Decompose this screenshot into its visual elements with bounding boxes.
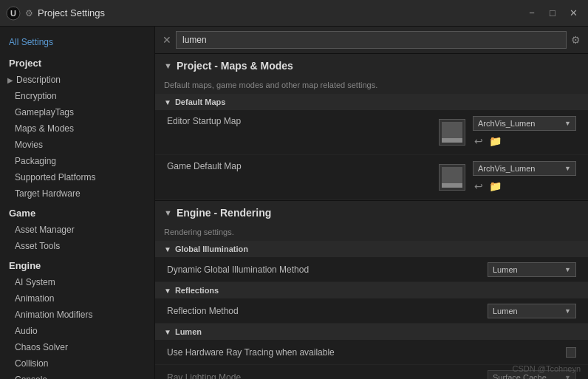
- subsection-header-default-maps[interactable]: ▼ Default Maps: [155, 94, 588, 110]
- ray-lighting-mode-label: Ray Lighting Mode: [167, 372, 488, 380]
- browse-icon[interactable]: 📁: [488, 179, 503, 194]
- sidebar-section-project: Project: [0, 52, 154, 72]
- dropdown-arrow-icon: ▼: [564, 266, 571, 273]
- sidebar-item-animation[interactable]: Animation: [0, 290, 154, 307]
- window-title: Project Settings: [38, 7, 523, 18]
- game-default-map-label: Game Default Map: [167, 161, 439, 171]
- editor-startup-map-select-container: ArchVis_Lumen ▼ ↩ 📁: [473, 116, 576, 148]
- svg-text:U: U: [10, 9, 16, 18]
- section-desc-engine-rendering: Rendering settings.: [155, 225, 588, 241]
- sidebar-item-asset-manager[interactable]: Asset Manager: [0, 222, 154, 238]
- section-header-engine-rendering[interactable]: ▼ Engine - Rendering: [155, 201, 588, 225]
- sidebar-item-encryption[interactable]: Encryption: [0, 88, 154, 104]
- sidebar-item-collision[interactable]: Collision: [0, 355, 154, 372]
- reset-icon[interactable]: ↩: [473, 134, 485, 148]
- subsection-global-illumination: ▼ Global Illumination Dynamic Global Ill…: [155, 241, 588, 282]
- watermark: CSDN @Tcohneyn: [513, 364, 581, 373]
- sidebar-item-animation-modifiers[interactable]: Animation Modifiers: [0, 307, 154, 323]
- subsection-reflections: ▼ Reflections Reflection Method Lumen ▼: [155, 282, 588, 324]
- setting-row-hw-ray-tracing: Use Hardware Ray Tracing when available: [155, 340, 588, 365]
- game-default-map-preview: [439, 164, 465, 191]
- content-area: ✕ ⚙ ▼ Project - Maps & Modes Default map…: [155, 27, 588, 379]
- editor-startup-map-label: Editor Startup Map: [167, 116, 439, 126]
- sidebar-item-audio[interactable]: Audio: [0, 323, 154, 339]
- hw-ray-tracing-checkbox[interactable]: [566, 347, 576, 358]
- reflection-method-dropdown[interactable]: Lumen ▼: [488, 304, 576, 318]
- app-logo: U: [6, 6, 21, 21]
- sidebar-item-asset-tools[interactable]: Asset Tools: [0, 238, 154, 254]
- minimize-button[interactable]: −: [523, 6, 541, 21]
- sidebar-item-maps-modes[interactable]: Maps & Modes: [0, 120, 154, 137]
- game-default-map-control: ArchVis_Lumen ▼ ↩ 📁: [439, 161, 576, 194]
- dgi-method-dropdown[interactable]: Lumen ▼: [488, 262, 576, 277]
- dropdown-arrow-icon: ▼: [564, 165, 571, 172]
- editor-startup-map-dropdown[interactable]: ArchVis_Lumen ▼: [473, 116, 576, 131]
- game-map-preview-image: [442, 167, 462, 188]
- sidebar-item-supported-platforms[interactable]: Supported Platforms: [0, 169, 154, 185]
- title-bar: U ⚙ Project Settings − □ ✕: [0, 0, 588, 27]
- settings-gear-icon[interactable]: ⚙: [571, 34, 581, 46]
- dgi-method-label: Dynamic Global Illumination Method: [167, 264, 488, 275]
- default-maps-settings: Editor Startup Map ArchVis_Lumen ▼: [155, 110, 588, 200]
- reflection-method-label: Reflection Method: [167, 306, 488, 316]
- game-default-map-dropdown[interactable]: ArchVis_Lumen ▼: [473, 161, 576, 176]
- reflection-method-control: Lumen ▼: [488, 304, 576, 318]
- reflections-settings: Reflection Method Lumen ▼: [155, 298, 588, 324]
- subsection-header-global-illumination[interactable]: ▼ Global Illumination: [155, 241, 588, 257]
- maximize-button[interactable]: □: [544, 6, 561, 21]
- main-layout: All Settings Project ▶ Description Encry…: [0, 27, 588, 379]
- arrow-icon: ▶: [7, 76, 13, 84]
- setting-row-reflection-method: Reflection Method Lumen ▼: [155, 298, 588, 324]
- hw-ray-tracing-control: [566, 347, 576, 358]
- subsection-default-maps: ▼ Default Maps Editor Startup Map: [155, 94, 588, 200]
- sidebar-item-ai-system[interactable]: AI System: [0, 274, 154, 290]
- subsection-arrow-icon: ▼: [164, 98, 171, 106]
- subsection-header-reflections[interactable]: ▼ Reflections: [155, 282, 588, 298]
- search-input[interactable]: [176, 31, 567, 49]
- section-engine-rendering: ▼ Engine - Rendering Rendering settings.…: [155, 201, 588, 379]
- subsection-arrow-icon: ▼: [164, 328, 171, 336]
- search-close-button[interactable]: ✕: [163, 34, 171, 46]
- browse-icon[interactable]: 📁: [488, 134, 503, 148]
- dropdown-arrow-icon: ▼: [564, 374, 571, 380]
- map-preview-image: [442, 122, 462, 143]
- global-illumination-settings: Dynamic Global Illumination Method Lumen…: [155, 257, 588, 282]
- close-button[interactable]: ✕: [564, 6, 582, 21]
- game-default-map-select-row: ArchVis_Lumen ▼: [473, 161, 576, 176]
- sidebar-item-gameplaytags[interactable]: GameplayTags: [0, 104, 154, 120]
- search-bar: ✕ ⚙: [155, 27, 588, 54]
- editor-startup-map-preview: [439, 119, 465, 146]
- dropdown-arrow-icon: ▼: [564, 307, 571, 315]
- editor-startup-map-control: ArchVis_Lumen ▼ ↩ 📁: [439, 116, 576, 148]
- lumen-settings: Use Hardware Ray Tracing when available …: [155, 340, 588, 379]
- sidebar-section-engine: Engine: [0, 254, 154, 274]
- dropdown-arrow-icon: ▼: [564, 120, 571, 127]
- sidebar-item-chaos-solver[interactable]: Chaos Solver: [0, 339, 154, 355]
- editor-startup-map-select-row: ArchVis_Lumen ▼: [473, 116, 576, 131]
- window-controls: − □ ✕: [523, 6, 582, 21]
- subsection-header-lumen[interactable]: ▼ Lumen: [155, 324, 588, 340]
- subsection-arrow-icon: ▼: [164, 287, 171, 295]
- setting-row-game-default-map: Game Default Map ArchVis_Lumen ▼: [155, 155, 588, 200]
- sidebar-item-target-hardware[interactable]: Target Hardware: [0, 185, 154, 202]
- sidebar-all-settings[interactable]: All Settings: [0, 33, 154, 52]
- hw-ray-tracing-label: Use Hardware Ray Tracing when available: [167, 347, 566, 358]
- game-default-map-actions: ↩ 📁: [473, 179, 576, 194]
- editor-startup-map-actions: ↩ 📁: [473, 134, 576, 148]
- sidebar: All Settings Project ▶ Description Encry…: [0, 27, 155, 379]
- subsection-arrow-icon: ▼: [164, 245, 171, 253]
- sidebar-item-description[interactable]: ▶ Description: [0, 72, 154, 88]
- dgi-method-control: Lumen ▼: [488, 262, 576, 277]
- sidebar-item-movies[interactable]: Movies: [0, 137, 154, 153]
- section-header-project-maps[interactable]: ▼ Project - Maps & Modes: [155, 54, 588, 78]
- section-project-maps: ▼ Project - Maps & Modes Default maps, g…: [155, 54, 588, 201]
- sidebar-section-game: Game: [0, 202, 154, 222]
- sidebar-item-console[interactable]: Console: [0, 372, 154, 379]
- game-default-map-select-container: ArchVis_Lumen ▼ ↩ 📁: [473, 161, 576, 194]
- setting-row-dgi-method: Dynamic Global Illumination Method Lumen…: [155, 257, 588, 282]
- title-bar-icon: ⚙: [25, 8, 33, 18]
- sidebar-item-packaging[interactable]: Packaging: [0, 153, 154, 169]
- reset-icon[interactable]: ↩: [473, 179, 485, 194]
- section-desc-project-maps: Default maps, game modes and other map r…: [155, 78, 588, 94]
- setting-row-editor-startup-map: Editor Startup Map ArchVis_Lumen ▼: [155, 110, 588, 155]
